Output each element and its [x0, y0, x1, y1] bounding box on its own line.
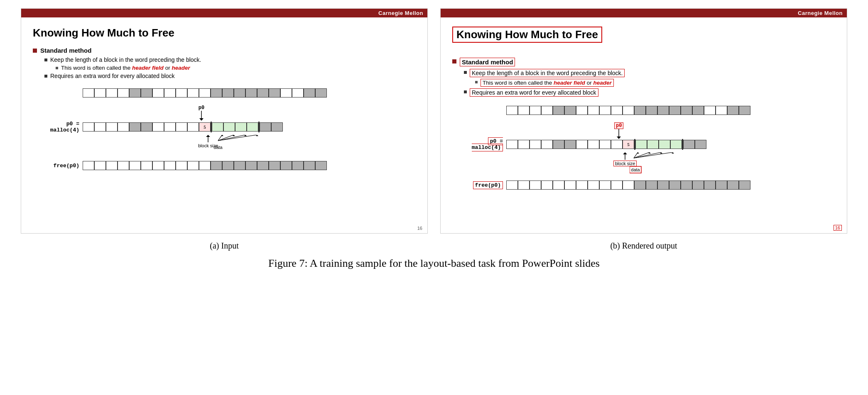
output-bullet-l2-text: Keep the length of a block in the word p…	[470, 69, 625, 77]
mc	[245, 88, 257, 98]
mc	[681, 106, 692, 115]
mc	[576, 106, 588, 115]
mc	[564, 180, 576, 190]
mc	[530, 180, 541, 190]
mc	[234, 88, 245, 98]
mc	[599, 180, 611, 190]
mc	[670, 140, 682, 149]
output-bullet-l3-text: This word is often called the header fie…	[481, 79, 614, 87]
mc	[247, 122, 258, 132]
output-p0-pointer: p0	[614, 122, 623, 139]
input-slide-content: Knowing How Much to Free Standard method…	[21, 17, 427, 233]
mc	[683, 140, 695, 149]
mc	[129, 122, 141, 132]
input-bullet-l2-keep: Keep the length of a block in the word p…	[44, 56, 415, 63]
input-header-text: Carnegie Mellon	[378, 10, 423, 16]
mc	[564, 106, 576, 115]
mc	[211, 161, 222, 170]
mc	[315, 88, 327, 98]
mc	[235, 122, 247, 132]
output-mem-blocks-3	[506, 180, 750, 190]
mc	[530, 140, 541, 149]
output-free-label: free(p0)	[473, 181, 503, 189]
mc	[599, 140, 611, 149]
output-bullet-sq-1	[452, 59, 456, 63]
input-slide: Carnegie Mellon Knowing How Much to Free…	[21, 8, 428, 234]
svg-marker-16	[623, 152, 627, 154]
input-free-label: free(p0)	[37, 163, 83, 169]
mc	[669, 106, 681, 115]
output-mem-row-2: p0 = malloc(4) 5	[456, 138, 830, 151]
mc	[187, 88, 199, 98]
input-mem-row-2: p0 = malloc(4) 5	[37, 121, 411, 133]
input-bullet-sq-4	[44, 75, 47, 78]
mc	[647, 140, 659, 149]
input-data-annotations: data	[214, 135, 268, 156]
input-bullet-sq-2	[44, 59, 47, 61]
input-bullet-sq-3	[56, 67, 58, 69]
mc	[564, 140, 576, 149]
output-data-arrows: data	[630, 152, 684, 175]
mc	[611, 140, 623, 149]
mc	[141, 88, 152, 98]
output-slide-title: Knowing How Much to Free	[452, 27, 602, 43]
output-slide-header: Carnegie Mellon	[441, 9, 847, 17]
output-bullet-l2-requires: Requires an extra word for every allocat…	[464, 88, 834, 97]
svg-marker-8	[221, 135, 223, 136]
input-bullet-sq-1	[33, 49, 37, 53]
mc	[692, 180, 704, 190]
mc	[553, 106, 564, 115]
mc	[164, 161, 176, 170]
mc	[129, 88, 141, 98]
output-header-cell: 5	[623, 140, 634, 149]
input-slide-title: Knowing How Much to Free	[33, 27, 415, 39]
mc	[553, 180, 564, 190]
output-data-annotations: data	[630, 152, 684, 175]
mc	[716, 106, 727, 115]
caption-labels-row: (a) Input (b) Rendered output	[17, 241, 851, 251]
mc	[530, 106, 541, 115]
caption-input: (a) Input	[21, 241, 428, 251]
input-bullet-l3-word: This word is often called the header fie…	[56, 65, 415, 71]
input-header-field: header field	[132, 65, 164, 71]
mc	[681, 180, 692, 190]
mc	[260, 122, 271, 132]
mc	[692, 106, 704, 115]
mc	[106, 88, 118, 98]
input-bs-arrow-up	[205, 135, 211, 142]
input-pointer-area: p0	[83, 105, 411, 121]
mc	[106, 161, 118, 170]
mc	[704, 106, 716, 115]
input-bullet-l3-text: This word is often called the header fie…	[61, 65, 190, 71]
svg-marker-21	[637, 152, 639, 154]
mc	[152, 122, 164, 132]
output-free-label-wrapper: free(p0)	[456, 182, 506, 188]
mc	[94, 88, 106, 98]
svg-marker-14	[617, 137, 621, 139]
mc	[245, 161, 257, 170]
output-slide: Carnegie Mellon Knowing How Much to Free…	[440, 8, 847, 234]
mc	[187, 161, 199, 170]
input-bullets: Standard method Keep the length of a blo…	[33, 47, 415, 79]
mc	[257, 88, 269, 98]
mc	[280, 161, 292, 170]
output-bullet-sq-2	[464, 71, 467, 74]
output-bs-arrow-up	[622, 152, 628, 160]
output-bullet-sq-4	[464, 90, 467, 93]
input-p0-label: p0	[199, 105, 204, 111]
output-malloc-label-wrapper: p0 = malloc(4)	[456, 138, 506, 151]
mc	[257, 161, 269, 170]
output-bullet-l1-standard: Standard method	[452, 58, 834, 66]
mc	[212, 122, 223, 132]
mc	[634, 106, 646, 115]
output-slide-title-wrapper: Knowing How Much to Free	[452, 27, 834, 50]
input-header-cell: 5	[199, 122, 211, 132]
mc	[118, 161, 129, 170]
mc	[222, 161, 234, 170]
mc	[576, 140, 588, 149]
mc	[634, 180, 646, 190]
input-bullet-l2-requires-text: Requires an extra word for every allocat…	[50, 73, 175, 79]
mc	[739, 180, 750, 190]
input-mem-blocks-3	[83, 161, 327, 170]
input-slide-header: Carnegie Mellon	[21, 9, 427, 17]
